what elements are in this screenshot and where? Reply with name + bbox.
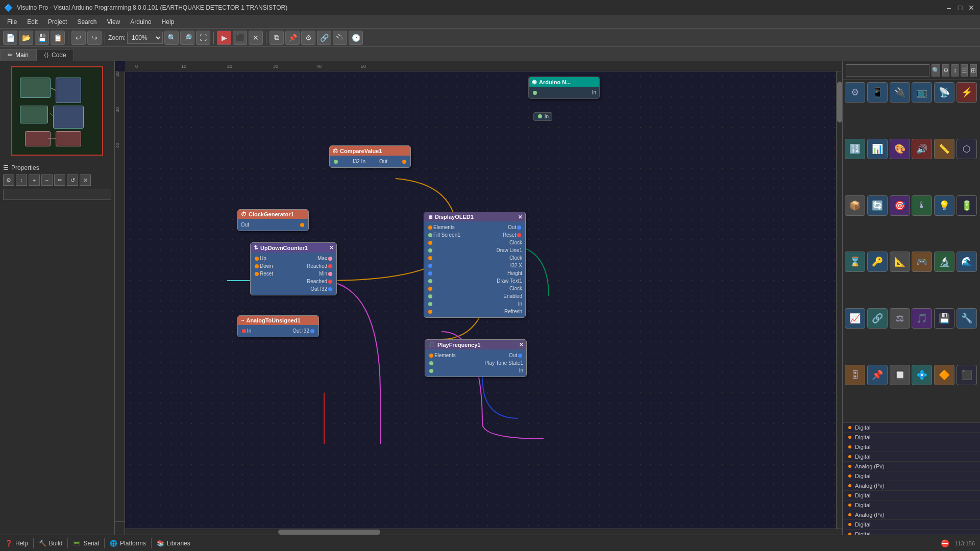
status-libraries[interactable]: 📚 Libraries (157, 540, 190, 547)
zoom-select[interactable]: 100% 75% 125% 150% (127, 32, 163, 44)
comp-icon-27[interactable]: 🎵 (912, 308, 932, 329)
node-display[interactable]: 🖥 DisplayOLED1 ✕ Elements Out Fill Scree… (424, 212, 526, 318)
comp-icon-34[interactable]: 🔶 (934, 365, 954, 385)
settings-button[interactable]: ⚙ (301, 31, 315, 45)
list-item-7[interactable]: Digital (843, 491, 980, 500)
redo-button[interactable]: ↪ (87, 31, 102, 45)
comp-icon-5[interactable]: ⚡ (957, 82, 977, 103)
comp-icon-6[interactable]: 🔢 (845, 139, 865, 159)
menu-file[interactable]: File (2, 17, 22, 27)
props-edit-btn[interactable]: ✏ (54, 174, 65, 186)
comp-icon-13[interactable]: 🔄 (867, 195, 888, 216)
clock-button[interactable]: 🕐 (349, 31, 363, 45)
comp-icon-33[interactable]: 💠 (912, 365, 932, 385)
list-item-6[interactable]: Analog (Pv) (843, 481, 980, 491)
comp-icon-14[interactable]: 🎯 (890, 195, 910, 216)
horizontal-scrollbar-thumb[interactable] (278, 530, 380, 535)
vertical-scrollbar-thumb[interactable] (837, 82, 842, 122)
component-search-input[interactable] (846, 64, 929, 77)
comp-icon-31[interactable]: 📌 (867, 365, 888, 385)
comp-sort-btn[interactable]: ↕ (951, 64, 959, 77)
comp-search-btn[interactable]: 🔍 (932, 64, 940, 77)
menu-project[interactable]: Project (43, 17, 72, 27)
comp-icon-17[interactable]: 🔋 (957, 195, 977, 216)
props-close-btn[interactable]: ✕ (80, 174, 91, 186)
comp-icon-8[interactable]: 🎨 (890, 139, 910, 159)
list-item-1[interactable]: Digital (843, 433, 980, 442)
close-button[interactable]: ✕ (967, 3, 976, 12)
menu-arduino[interactable]: Arduino (125, 17, 156, 27)
playfreq-close-btn[interactable]: ✕ (519, 342, 523, 347)
list-item-2[interactable]: Digital (843, 442, 980, 452)
comp-list-btn[interactable]: ☰ (961, 64, 968, 77)
menu-search[interactable]: Search (72, 17, 102, 27)
connect-button[interactable]: 🔌 (333, 31, 347, 45)
comp-icon-19[interactable]: 🔑 (867, 252, 888, 272)
horizontal-scrollbar[interactable] (125, 529, 842, 535)
comp-icon-12[interactable]: 📦 (845, 195, 865, 216)
fit-button[interactable]: ⛶ (196, 31, 210, 45)
new-button[interactable]: 📄 (3, 31, 17, 45)
menu-edit[interactable]: Edit (22, 17, 43, 27)
saveas-button[interactable]: 📋 (51, 31, 65, 45)
list-item-0[interactable]: Digital (843, 423, 980, 433)
list-item-5[interactable]: Digital (843, 471, 980, 481)
status-help[interactable]: ❓ Help (5, 540, 28, 547)
props-add-btn[interactable]: + (29, 174, 40, 186)
tab-code[interactable]: ⟨⟩ Code (36, 49, 74, 61)
comp-icon-10[interactable]: 📏 (934, 139, 954, 159)
node-updown[interactable]: ⇅ UpDownCounter1 ✕ Up Max Down Reached (250, 242, 337, 295)
comp-icon-0[interactable]: ⚙ (845, 82, 865, 103)
display-close-btn[interactable]: ✕ (518, 214, 522, 220)
comp-icon-24[interactable]: 📈 (845, 308, 865, 329)
status-serial[interactable]: 📟 Serial (73, 540, 99, 547)
comp-icon-23[interactable]: 🌊 (957, 252, 977, 272)
open-button[interactable]: 📂 (19, 31, 33, 45)
status-build[interactable]: 🔨 Build (39, 540, 63, 547)
props-search-input[interactable] (3, 189, 111, 200)
paste-button[interactable]: 📌 (285, 31, 300, 45)
props-reset-btn[interactable]: ↺ (67, 174, 78, 186)
node-compare[interactable]: ⚖ CompareValue1 I32 In Out (329, 145, 411, 168)
node-arduino[interactable]: ◉ Arduino N... In (528, 77, 600, 99)
vertical-scrollbar[interactable] (836, 71, 842, 529)
comp-icon-35[interactable]: ⬛ (957, 365, 977, 385)
node-analog-unsigned[interactable]: ~ AnalogToUnsigned1 In Out I32 (237, 315, 319, 337)
list-item-4[interactable]: Analog (Pv) (843, 462, 980, 471)
copy-button[interactable]: ⧉ (270, 31, 284, 45)
comp-icon-26[interactable]: ⚖ (890, 308, 910, 329)
comp-icon-28[interactable]: 💾 (934, 308, 954, 329)
props-del-btn[interactable]: − (41, 174, 53, 186)
list-item-9[interactable]: Analog (Pv) (843, 510, 980, 520)
menu-help[interactable]: Help (157, 17, 180, 27)
link-button[interactable]: 🔗 (317, 31, 331, 45)
save-button[interactable]: 💾 (35, 31, 49, 45)
comp-icon-21[interactable]: 🎮 (912, 252, 932, 272)
node-playfreq[interactable]: 🎵 PlayFrequency1 ✕ Elements Out Play Ton… (425, 339, 527, 377)
comp-icon-18[interactable]: ⌛ (845, 252, 865, 272)
stop-button[interactable]: ⬛ (233, 31, 247, 45)
minimize-button[interactable]: – (944, 3, 953, 12)
updown-close-btn[interactable]: ✕ (329, 245, 333, 251)
list-item-3[interactable]: Digital (843, 452, 980, 462)
comp-icon-32[interactable]: 🔲 (890, 365, 910, 385)
props-filter-btn[interactable]: ⚙ (3, 174, 14, 186)
maximize-button[interactable]: □ (955, 3, 965, 12)
comp-icon-20[interactable]: 📐 (890, 252, 910, 272)
comp-icon-16[interactable]: 💡 (934, 195, 954, 216)
node-clockgen[interactable]: ⏱ ClockGenerator1 Out (237, 209, 309, 231)
status-platforms[interactable]: 🌐 Platforms (110, 540, 146, 547)
comp-icon-2[interactable]: 🔌 (890, 82, 910, 103)
status-error[interactable]: ⛔ (941, 539, 949, 547)
comp-icon-9[interactable]: 🔊 (912, 139, 932, 159)
comp-icon-11[interactable]: ⬡ (957, 139, 977, 159)
comp-icon-22[interactable]: 🔬 (934, 252, 954, 272)
run-button[interactable]: ▶ (217, 31, 231, 45)
delete-button[interactable]: ✕ (249, 31, 263, 45)
menu-view[interactable]: View (102, 17, 125, 27)
comp-icon-15[interactable]: 🌡 (912, 195, 932, 216)
tab-main[interactable]: ✏ Main (0, 49, 36, 61)
comp-icon-7[interactable]: 📊 (867, 139, 888, 159)
zoom-out-button[interactable]: 🔎 (180, 31, 194, 45)
comp-icon-25[interactable]: 🔗 (867, 308, 888, 329)
